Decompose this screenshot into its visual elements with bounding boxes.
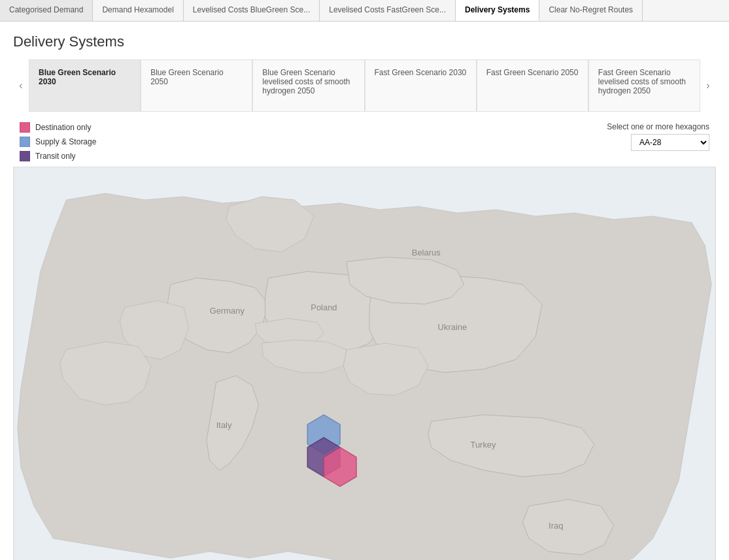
tab-levelised-costs-fastgreen[interactable]: Levelised Costs FastGreen Sce... (320, 0, 456, 21)
legend-item-supply: Supply & Storage (20, 137, 96, 147)
svg-text:Poland: Poland (311, 303, 337, 312)
map-svg: Germany Poland Belarus Ukraine Italy Tur… (14, 167, 715, 560)
tab-levelised-costs-bluegreen[interactable]: Levelised Costs BlueGreen Sce... (184, 0, 320, 21)
scenario-tabs-row: ‹ Blue Green Scenario 2030 Blue Green Sc… (0, 59, 729, 112)
hexagon-selector: Select one or more hexagons AA-28 AA-29 … (607, 122, 709, 151)
svg-text:Ukraine: Ukraine (438, 322, 467, 332)
scenario-tab-2[interactable]: Blue Green Scenario levelised costs of s… (252, 59, 364, 112)
map-legend: Destination only Supply & Storage Transi… (20, 122, 96, 161)
map-controls: Destination only Supply & Storage Transi… (13, 122, 716, 161)
scenario-tab-3[interactable]: Fast Green Scenario 2030 (365, 59, 477, 112)
svg-text:Belarus: Belarus (412, 248, 441, 257)
svg-text:Italy: Italy (216, 420, 232, 430)
scenario-tabs: Blue Green Scenario 2030 Blue Green Scen… (29, 59, 700, 112)
legend-label-supply: Supply & Storage (35, 137, 96, 146)
hexagon-select[interactable]: AA-28 AA-29 BB-30 CC-31 (631, 134, 709, 151)
tab-delivery-systems[interactable]: Delivery Systems (456, 0, 539, 21)
scenario-prev-arrow[interactable]: ‹ (13, 59, 29, 112)
tab-clear-no-regret-routes[interactable]: Clear No-Regret Routes (539, 0, 643, 21)
legend-label-transit: Transit only (35, 152, 76, 161)
hexagon-selector-label: Select one or more hexagons (607, 122, 709, 131)
legend-item-destination: Destination only (20, 122, 96, 133)
legend-color-transit (20, 151, 30, 161)
scenario-next-arrow[interactable]: › (700, 59, 716, 112)
main-content: Destination only Supply & Storage Transi… (0, 122, 729, 560)
legend-color-destination (20, 122, 30, 133)
scenario-tab-1[interactable]: Blue Green Scenario 2050 (141, 59, 252, 112)
top-navigation: Categorised Demand Demand Hexamodel Leve… (0, 0, 729, 22)
legend-color-supply (20, 137, 30, 147)
svg-text:Iraq: Iraq (549, 521, 563, 531)
legend-label-destination: Destination only (35, 123, 91, 132)
page-title: Delivery Systems (0, 22, 729, 59)
tab-demand-hexamodel[interactable]: Demand Hexamodel (93, 0, 183, 21)
tab-categorised-demand[interactable]: Categorised Demand (0, 0, 93, 21)
legend-item-transit: Transit only (20, 151, 96, 161)
scenario-tab-0[interactable]: Blue Green Scenario 2030 (29, 59, 141, 112)
scenario-tab-4[interactable]: Fast Green Scenario 2050 (477, 59, 588, 112)
svg-text:Germany: Germany (210, 306, 245, 316)
scenario-tab-5[interactable]: Fast Green Scenario levelised costs of s… (588, 59, 700, 112)
svg-text:Turkey: Turkey (470, 440, 496, 450)
map-container[interactable]: Germany Poland Belarus Ukraine Italy Tur… (13, 167, 716, 560)
